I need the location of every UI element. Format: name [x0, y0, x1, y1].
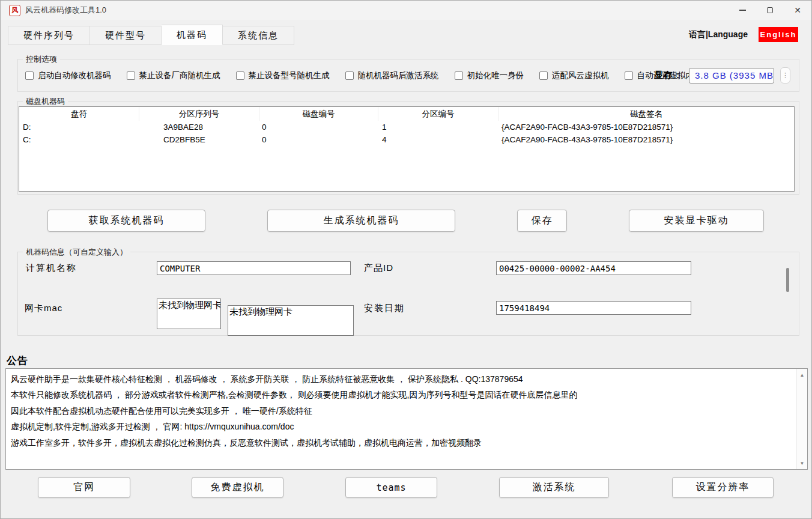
checkbox-adapt-fengyun-vm[interactable]: 适配风云虚拟机 [539, 70, 609, 81]
mac-label: 网卡mac [25, 303, 62, 314]
announcement-title: 公告 [7, 354, 28, 368]
column-header-partition-serial[interactable]: 分区序列号 [139, 107, 259, 121]
checkbox-label: 适配风云虚拟机 [552, 70, 609, 81]
vram-area: 显存： ⋮ [654, 59, 790, 91]
close-button[interactable]: ✕ [784, 1, 811, 20]
cell-disk-signature: {ACAF2A90-FACB-43A3-9785-10E87D218571} [498, 135, 794, 144]
product-id-input[interactable] [496, 261, 691, 275]
cell-partition-serial: CD2BFB5E [139, 135, 259, 144]
checkbox-disable-vendor-random[interactable]: 禁止设备厂商随机生成 [127, 70, 220, 81]
vertical-ellipsis-icon: ⋮ [782, 71, 789, 79]
info-scrollbar-thumb[interactable] [786, 268, 789, 292]
control-options-group: 控制选项 启动自动修改机器码 禁止设备厂商随机生成 禁止设备型号随机生成 随机机… [17, 59, 799, 92]
checkbox-label: 随机机器码后激活系统 [358, 70, 439, 81]
checkbox-label: 初始化唯一身份 [467, 70, 524, 81]
english-language-button[interactable]: English [759, 27, 798, 42]
maximize-icon [767, 7, 773, 13]
cell-partition-serial: 3A9BAE28 [139, 123, 259, 132]
free-vm-button[interactable]: 免费虚拟机 [192, 477, 283, 498]
disk-table: 盘符 分区序列号 磁盘编号 分区编号 磁盘签名 D: 3A9BAE28 0 1 … [19, 106, 795, 192]
tab-machine-code[interactable]: 机器码 [162, 25, 223, 45]
announcement-scrollbar[interactable]: ▲ ▼ [796, 369, 807, 469]
minimize-button[interactable] [729, 1, 756, 20]
cell-disk-number: 0 [259, 123, 378, 132]
vram-field[interactable] [689, 68, 774, 83]
mac-textarea-2[interactable]: 未找到物理网卡 [228, 305, 354, 336]
cell-partition-number: 4 [378, 135, 498, 144]
machine-info-title: 机器码信息（可自定义输入） [23, 247, 130, 258]
announcement-box[interactable]: 风云硬件助手是一款集硬件核心特征检测 ， 机器码修改 ， 系统多开防关联 ， 防… [5, 368, 808, 470]
computer-name-label: 计算机名称 [26, 263, 77, 274]
column-header-drive[interactable]: 盘符 [19, 107, 139, 121]
language-area: 语言|Language English [689, 27, 798, 42]
checkbox-adapt-fengyun-vm-box[interactable] [539, 71, 548, 80]
official-site-button[interactable]: 官网 [38, 477, 130, 498]
app-window: 风 风云机器码修改工具1.0 ✕ 硬件序列号 硬件型号 机器码 系统信息 语言|… [0, 0, 812, 519]
tab-hardware-model[interactable]: 硬件型号 [90, 26, 162, 45]
product-id-label: 产品ID [364, 263, 393, 274]
column-header-disk-signature[interactable]: 磁盘签名 [498, 107, 794, 121]
mac-textarea-1[interactable]: 未找到物理网卡 [157, 299, 221, 329]
install-date-label: 安装日期 [364, 303, 405, 314]
maximize-button[interactable] [756, 1, 784, 20]
disk-group-title: 磁盘机器码 [23, 96, 68, 107]
checkbox-init-unique-identity[interactable]: 初始化唯一身份 [455, 70, 524, 81]
checkbox-label: 禁止设备厂商随机生成 [139, 70, 220, 81]
announcement-line: 游戏工作室多开，软件多开，虚拟机去虚拟化过检测仿真，反恶意软件测试，虚拟机考试辅… [11, 435, 792, 451]
generate-system-machine-code-button[interactable]: 生成系统机器码 [267, 210, 455, 232]
checkbox-activate-after-random-box[interactable] [345, 71, 354, 80]
disk-table-header: 盘符 分区序列号 磁盘编号 分区编号 磁盘签名 [19, 107, 794, 121]
checkbox-activate-after-random[interactable]: 随机机器码后激活系统 [345, 70, 439, 81]
activate-system-button[interactable]: 激活系统 [499, 477, 609, 498]
cell-partition-number: 1 [378, 123, 498, 132]
title-bar: 风 风云机器码修改工具1.0 ✕ [1, 1, 811, 20]
checkbox-init-unique-identity-box[interactable] [455, 71, 463, 80]
checkbox-label: 启动自动修改机器码 [38, 70, 111, 81]
checkbox-disable-model-random-box[interactable] [236, 71, 244, 80]
cell-disk-signature: {ACAF2A90-FACB-43A3-9785-10E87D218571} [498, 123, 794, 132]
checkbox-auto-modify-machine-code[interactable]: 启动自动修改机器码 [25, 70, 111, 81]
tab-system-info[interactable]: 系统信息 [223, 26, 294, 45]
announcement-line: 因此本软件配合虚拟机动态硬件配合使用可以完美实现多开 ， 唯一硬件/系统特征 [11, 403, 792, 419]
tab-strip: 硬件序列号 硬件型号 机器码 系统信息 [8, 26, 294, 45]
scroll-up-icon[interactable]: ▲ [797, 370, 807, 380]
table-row-drive-c[interactable]: C: CD2BFB5E 0 4 {ACAF2A90-FACB-43A3-9785… [19, 133, 794, 146]
window-controls: ✕ [729, 1, 811, 20]
tab-hardware-serial[interactable]: 硬件序列号 [8, 26, 90, 45]
set-resolution-button[interactable]: 设置分辨率 [672, 477, 774, 498]
more-options-button[interactable]: ⋮ [780, 67, 790, 83]
vram-label: 显存： [654, 70, 683, 81]
announcement-line: 虚拟机定制,软件定制,游戏多开过检测 ， 官网: https://vmquxun… [11, 419, 792, 434]
scroll-down-icon[interactable]: ▼ [797, 458, 807, 468]
checkbox-auto-modify-machine-code-box[interactable] [25, 71, 34, 80]
minimize-icon [739, 10, 746, 10]
save-button[interactable]: 保存 [517, 210, 567, 232]
checkbox-auto-virtual-memory-box[interactable] [625, 71, 633, 80]
cell-drive: D: [19, 123, 139, 132]
title-bar-left: 风 风云机器码修改工具1.0 [1, 5, 106, 16]
install-date-input[interactable] [496, 301, 691, 315]
announcement-line: 风云硬件助手是一款集硬件核心特征检测 ， 机器码修改 ， 系统多开防关联 ， 防… [11, 371, 792, 387]
checkbox-label: 禁止设备型号随机生成 [249, 70, 330, 81]
checkbox-disable-model-random[interactable]: 禁止设备型号随机生成 [236, 70, 330, 81]
checkbox-disable-vendor-random-box[interactable] [127, 71, 135, 80]
cell-drive: C: [19, 135, 139, 144]
column-header-partition-number[interactable]: 分区编号 [378, 107, 498, 121]
announcement-line: 本软件只能修改系统机器码 ， 部分游戏或者软件检测严格,会检测硬件参数， 则必须… [11, 387, 792, 402]
close-icon: ✕ [794, 6, 801, 14]
cell-disk-number: 0 [259, 135, 378, 144]
column-header-disk-number[interactable]: 磁盘编号 [259, 107, 378, 121]
install-gpu-driver-button[interactable]: 安装显卡驱动 [629, 210, 764, 232]
window-title: 风云机器码修改工具1.0 [25, 5, 106, 16]
checkbox-row: 启动自动修改机器码 禁止设备厂商随机生成 禁止设备型号随机生成 随机机器码后激活… [25, 59, 702, 91]
get-system-machine-code-button[interactable]: 获取系统机器码 [47, 210, 205, 232]
table-row-drive-d[interactable]: D: 3A9BAE28 0 1 {ACAF2A90-FACB-43A3-9785… [19, 121, 794, 133]
announcement-text: 风云硬件助手是一款集硬件核心特征检测 ， 机器码修改 ， 系统多开防关联 ， 防… [7, 370, 795, 468]
computer-name-input[interactable] [157, 261, 351, 275]
teams-button[interactable]: teams [345, 477, 437, 498]
app-icon: 风 [9, 5, 20, 16]
language-label: 语言|Language [689, 29, 748, 40]
